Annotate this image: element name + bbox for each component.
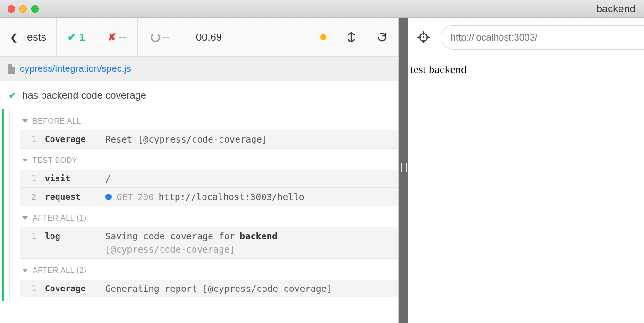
minimize-window-icon[interactable]	[19, 5, 27, 13]
caret-down-icon	[22, 269, 28, 272]
url-text: http://localhost:3003/	[450, 32, 538, 43]
command-row[interactable]: 1 log Saving code coverage for backend […	[20, 227, 398, 259]
viewport-button[interactable]	[337, 18, 365, 56]
command-number: 2	[27, 192, 36, 202]
passed-count[interactable]: ✔ 1	[57, 18, 96, 56]
caret-down-icon	[22, 119, 28, 123]
command-number: 1	[27, 134, 36, 144]
section-after-all-1[interactable]: AFTER ALL (1)	[20, 206, 398, 227]
toolbar-spacer	[235, 18, 309, 56]
section-label: BEFORE ALL	[33, 117, 81, 126]
reporter-toolbar: ❮ Tests ✔ 1 ✘ -- -- 00.69	[0, 18, 398, 57]
failed-count[interactable]: ✘ --	[96, 18, 138, 56]
spec-file-row[interactable]: cypress/integration/spec.js	[0, 57, 398, 81]
reload-button[interactable]	[365, 18, 398, 56]
command-message-sub: [@cypress/code-coverage]	[105, 244, 392, 255]
command-row[interactable]: 1 visit /	[20, 170, 398, 188]
section-label: TEST BODY	[33, 156, 77, 165]
file-icon	[8, 64, 15, 74]
status-dot-icon	[320, 34, 326, 40]
auto-scroll-status[interactable]	[309, 18, 337, 56]
passed-number: 1	[79, 31, 85, 43]
spec-path: cypress/integration/spec.js	[20, 63, 131, 74]
section-test-body[interactable]: TEST BODY	[20, 149, 398, 170]
section-after-all-2[interactable]: AFTER ALL (2)	[20, 259, 398, 280]
command-name: request	[45, 192, 97, 202]
command-name: Coverage	[45, 283, 97, 293]
window-titlebar: backend	[0, 0, 644, 18]
command-name: visit	[45, 173, 97, 183]
command-row[interactable]: 1 Coverage Reset [@cypress/code-coverage…	[20, 130, 398, 149]
svg-point-1	[423, 36, 424, 38]
close-window-icon[interactable]	[8, 5, 15, 13]
command-message: Saving code coverage for backend	[105, 231, 392, 241]
app-body-text: test backend	[410, 63, 466, 76]
failed-number: --	[119, 31, 126, 43]
command-row[interactable]: 1 Coverage Generating report [@cypress/c…	[20, 280, 398, 298]
request-status: 200	[137, 192, 153, 202]
app-preview-panel: http://localhost:3003/ test backend	[408, 18, 644, 323]
chevron-left-icon: ❮	[10, 32, 18, 43]
duration-value: 00.69	[196, 31, 222, 43]
command-number: 1	[27, 283, 36, 293]
pending-number: --	[163, 31, 170, 43]
back-to-tests-button[interactable]: ❮ Tests	[0, 18, 57, 56]
section-before-all[interactable]: BEFORE ALL	[20, 110, 398, 130]
back-label: Tests	[22, 31, 46, 43]
x-icon: ✘	[108, 31, 116, 43]
test-row[interactable]: ✔ has backend code coverage	[0, 83, 398, 109]
preview-toolbar: http://localhost:3003/	[408, 18, 644, 57]
request-status-dot-icon	[105, 194, 112, 200]
selector-playground-button[interactable]	[413, 27, 434, 48]
reload-icon	[376, 31, 388, 43]
command-message: Reset [@cypress/code-coverage]	[105, 134, 392, 144]
duration: 00.69	[183, 18, 235, 56]
reporter-panel: ❮ Tests ✔ 1 ✘ -- -- 00.69	[0, 18, 399, 323]
command-number: 1	[27, 231, 36, 241]
check-icon: ✔	[8, 90, 17, 101]
window-title: backend	[596, 3, 638, 15]
test-title: has backend code coverage	[22, 90, 146, 101]
resize-gutter[interactable]	[399, 18, 408, 323]
app-under-test[interactable]: test backend	[408, 57, 644, 83]
command-message: GET 200 http://localhost:3003/hello	[105, 192, 392, 202]
request-url: http://localhost:3003/hello	[159, 192, 305, 202]
command-name: log	[45, 231, 97, 241]
tests-list: ✔ has backend code coverage BEFORE ALL 1…	[0, 81, 398, 323]
caret-down-icon	[22, 159, 28, 162]
request-method: GET	[117, 192, 133, 202]
pending-count[interactable]: --	[138, 18, 183, 56]
test-commands: BEFORE ALL 1 Coverage Reset [@cypress/co…	[2, 109, 398, 301]
command-message: Generating report [@cypress/code-coverag…	[105, 283, 392, 294]
command-number: 1	[27, 173, 36, 183]
zoom-window-icon[interactable]	[31, 5, 39, 13]
log-text-bold: backend	[240, 231, 278, 241]
check-icon: ✔	[68, 31, 76, 43]
section-label: AFTER ALL (1)	[33, 214, 86, 222]
caret-down-icon	[22, 216, 28, 220]
viewport-icon	[346, 31, 356, 43]
crosshair-icon	[417, 31, 430, 44]
spinner-icon	[151, 33, 160, 42]
command-row[interactable]: 2 request GET 200 http://localhost:3003/…	[20, 188, 398, 206]
window-controls	[8, 5, 39, 13]
log-text: Saving code coverage for	[105, 231, 235, 241]
section-label: AFTER ALL (2)	[33, 266, 86, 275]
command-message: /	[105, 173, 392, 184]
command-name: Coverage	[45, 134, 97, 144]
url-input[interactable]: http://localhost:3003/	[441, 25, 644, 50]
